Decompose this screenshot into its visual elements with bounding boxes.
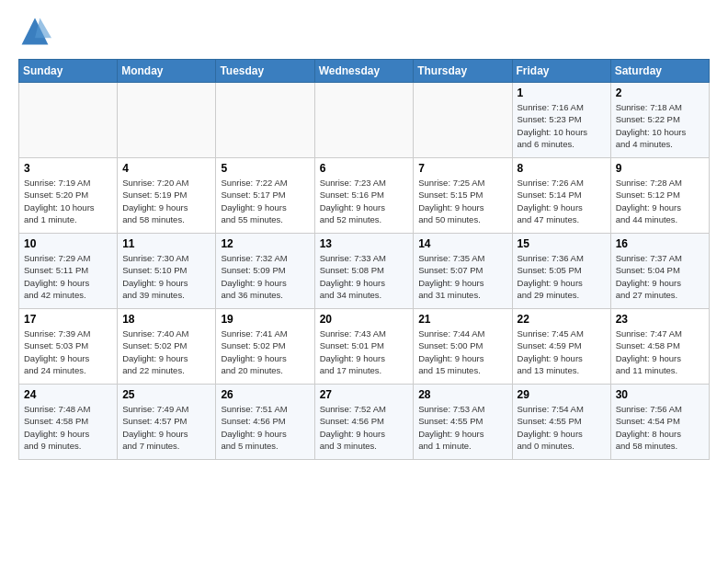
day-info: Sunrise: 7:29 AM Sunset: 5:11 PM Dayligh…	[24, 252, 112, 301]
weekday-header: Monday	[118, 60, 216, 83]
day-number: 16	[616, 237, 704, 250]
weekday-header: Friday	[512, 60, 610, 83]
calendar-cell: 12Sunrise: 7:32 AM Sunset: 5:09 PM Dayli…	[216, 234, 314, 309]
day-number: 27	[320, 388, 409, 401]
day-info: Sunrise: 7:22 AM Sunset: 5:17 PM Dayligh…	[221, 177, 309, 225]
logo-icon	[18, 15, 51, 48]
day-info: Sunrise: 7:43 AM Sunset: 5:01 PM Dayligh…	[320, 327, 409, 376]
calendar-cell: 7Sunrise: 7:25 AM Sunset: 5:15 PM Daylig…	[414, 158, 512, 234]
day-info: Sunrise: 7:25 AM Sunset: 5:15 PM Dayligh…	[418, 177, 506, 225]
calendar-cell: 8Sunrise: 7:26 AM Sunset: 5:14 PM Daylig…	[512, 158, 610, 234]
calendar-cell: 27Sunrise: 7:52 AM Sunset: 4:56 PM Dayli…	[314, 385, 414, 460]
day-number: 13	[320, 237, 409, 250]
calendar-body: 1Sunrise: 7:16 AM Sunset: 5:23 PM Daylig…	[19, 83, 710, 460]
day-info: Sunrise: 7:44 AM Sunset: 5:00 PM Dayligh…	[418, 327, 506, 376]
calendar-cell	[216, 83, 314, 158]
calendar-cell: 20Sunrise: 7:43 AM Sunset: 5:01 PM Dayli…	[314, 309, 414, 385]
day-info: Sunrise: 7:35 AM Sunset: 5:07 PM Dayligh…	[418, 252, 506, 301]
day-info: Sunrise: 7:36 AM Sunset: 5:05 PM Dayligh…	[518, 252, 606, 301]
calendar-row: 10Sunrise: 7:29 AM Sunset: 5:11 PM Dayli…	[19, 234, 710, 309]
day-number: 6	[320, 162, 409, 175]
calendar-cell: 24Sunrise: 7:48 AM Sunset: 4:58 PM Dayli…	[19, 385, 118, 460]
day-info: Sunrise: 7:30 AM Sunset: 5:10 PM Dayligh…	[122, 252, 210, 301]
day-info: Sunrise: 7:56 AM Sunset: 4:54 PM Dayligh…	[616, 403, 704, 452]
day-info: Sunrise: 7:37 AM Sunset: 5:04 PM Dayligh…	[616, 252, 704, 301]
header	[18, 15, 710, 48]
day-number: 17	[24, 313, 112, 326]
day-number: 25	[122, 388, 210, 401]
calendar-row: 24Sunrise: 7:48 AM Sunset: 4:58 PM Dayli…	[19, 385, 710, 460]
day-number: 28	[418, 388, 506, 401]
calendar-cell: 9Sunrise: 7:28 AM Sunset: 5:12 PM Daylig…	[610, 158, 709, 234]
svg-marker-1	[35, 18, 51, 39]
calendar-header: SundayMondayTuesdayWednesdayThursdayFrid…	[19, 60, 710, 83]
calendar-cell: 13Sunrise: 7:33 AM Sunset: 5:08 PM Dayli…	[314, 234, 414, 309]
day-number: 12	[221, 237, 309, 250]
weekday-header: Wednesday	[314, 60, 414, 83]
day-number: 22	[518, 313, 606, 326]
calendar-cell: 14Sunrise: 7:35 AM Sunset: 5:07 PM Dayli…	[414, 234, 512, 309]
day-number: 1	[518, 86, 606, 99]
day-number: 7	[418, 162, 506, 175]
day-info: Sunrise: 7:16 AM Sunset: 5:23 PM Dayligh…	[518, 101, 606, 150]
day-number: 3	[24, 162, 112, 175]
calendar-cell: 18Sunrise: 7:40 AM Sunset: 5:02 PM Dayli…	[118, 309, 216, 385]
day-info: Sunrise: 7:26 AM Sunset: 5:14 PM Dayligh…	[518, 177, 606, 225]
calendar-cell: 21Sunrise: 7:44 AM Sunset: 5:00 PM Dayli…	[414, 309, 512, 385]
day-info: Sunrise: 7:28 AM Sunset: 5:12 PM Dayligh…	[616, 177, 704, 225]
weekday-header: Saturday	[610, 60, 709, 83]
calendar-cell: 6Sunrise: 7:23 AM Sunset: 5:16 PM Daylig…	[314, 158, 414, 234]
header-row: SundayMondayTuesdayWednesdayThursdayFrid…	[19, 60, 710, 83]
day-number: 4	[122, 162, 210, 175]
day-number: 11	[122, 237, 210, 250]
weekday-header: Tuesday	[216, 60, 314, 83]
weekday-header: Sunday	[19, 60, 118, 83]
day-number: 10	[24, 237, 112, 250]
day-number: 29	[518, 388, 606, 401]
day-info: Sunrise: 7:19 AM Sunset: 5:20 PM Dayligh…	[24, 177, 112, 225]
day-info: Sunrise: 7:47 AM Sunset: 4:58 PM Dayligh…	[616, 327, 704, 376]
calendar-cell: 30Sunrise: 7:56 AM Sunset: 4:54 PM Dayli…	[610, 385, 709, 460]
calendar-cell: 1Sunrise: 7:16 AM Sunset: 5:23 PM Daylig…	[512, 83, 610, 158]
calendar-row: 3Sunrise: 7:19 AM Sunset: 5:20 PM Daylig…	[19, 158, 710, 234]
day-number: 5	[221, 162, 309, 175]
logo	[18, 15, 57, 48]
calendar-cell	[118, 83, 216, 158]
calendar-cell: 25Sunrise: 7:49 AM Sunset: 4:57 PM Dayli…	[118, 385, 216, 460]
calendar-cell: 4Sunrise: 7:20 AM Sunset: 5:19 PM Daylig…	[118, 158, 216, 234]
day-info: Sunrise: 7:45 AM Sunset: 4:59 PM Dayligh…	[518, 327, 606, 376]
day-number: 2	[616, 86, 704, 99]
calendar-cell: 2Sunrise: 7:18 AM Sunset: 5:22 PM Daylig…	[610, 83, 709, 158]
page: SundayMondayTuesdayWednesdayThursdayFrid…	[0, 0, 728, 469]
day-info: Sunrise: 7:53 AM Sunset: 4:55 PM Dayligh…	[418, 403, 506, 452]
calendar-cell	[314, 83, 414, 158]
day-info: Sunrise: 7:52 AM Sunset: 4:56 PM Dayligh…	[320, 403, 409, 452]
day-number: 26	[221, 388, 309, 401]
calendar-cell: 26Sunrise: 7:51 AM Sunset: 4:56 PM Dayli…	[216, 385, 314, 460]
day-info: Sunrise: 7:41 AM Sunset: 5:02 PM Dayligh…	[221, 327, 309, 376]
calendar-cell: 23Sunrise: 7:47 AM Sunset: 4:58 PM Dayli…	[610, 309, 709, 385]
day-info: Sunrise: 7:51 AM Sunset: 4:56 PM Dayligh…	[221, 403, 309, 452]
calendar-cell: 5Sunrise: 7:22 AM Sunset: 5:17 PM Daylig…	[216, 158, 314, 234]
day-number: 18	[122, 313, 210, 326]
calendar-cell	[19, 83, 118, 158]
day-number: 23	[616, 313, 704, 326]
calendar: SundayMondayTuesdayWednesdayThursdayFrid…	[18, 59, 710, 460]
calendar-cell: 11Sunrise: 7:30 AM Sunset: 5:10 PM Dayli…	[118, 234, 216, 309]
calendar-cell	[414, 83, 512, 158]
calendar-cell: 10Sunrise: 7:29 AM Sunset: 5:11 PM Dayli…	[19, 234, 118, 309]
calendar-cell: 15Sunrise: 7:36 AM Sunset: 5:05 PM Dayli…	[512, 234, 610, 309]
day-info: Sunrise: 7:18 AM Sunset: 5:22 PM Dayligh…	[616, 101, 704, 150]
day-info: Sunrise: 7:48 AM Sunset: 4:58 PM Dayligh…	[24, 403, 112, 452]
day-info: Sunrise: 7:54 AM Sunset: 4:55 PM Dayligh…	[518, 403, 606, 452]
day-number: 9	[616, 162, 704, 175]
calendar-cell: 28Sunrise: 7:53 AM Sunset: 4:55 PM Dayli…	[414, 385, 512, 460]
day-info: Sunrise: 7:32 AM Sunset: 5:09 PM Dayligh…	[221, 252, 309, 301]
day-info: Sunrise: 7:20 AM Sunset: 5:19 PM Dayligh…	[122, 177, 210, 225]
calendar-row: 17Sunrise: 7:39 AM Sunset: 5:03 PM Dayli…	[19, 309, 710, 385]
day-number: 19	[221, 313, 309, 326]
calendar-cell: 17Sunrise: 7:39 AM Sunset: 5:03 PM Dayli…	[19, 309, 118, 385]
calendar-cell: 16Sunrise: 7:37 AM Sunset: 5:04 PM Dayli…	[610, 234, 709, 309]
day-number: 21	[418, 313, 506, 326]
day-info: Sunrise: 7:39 AM Sunset: 5:03 PM Dayligh…	[24, 327, 112, 376]
